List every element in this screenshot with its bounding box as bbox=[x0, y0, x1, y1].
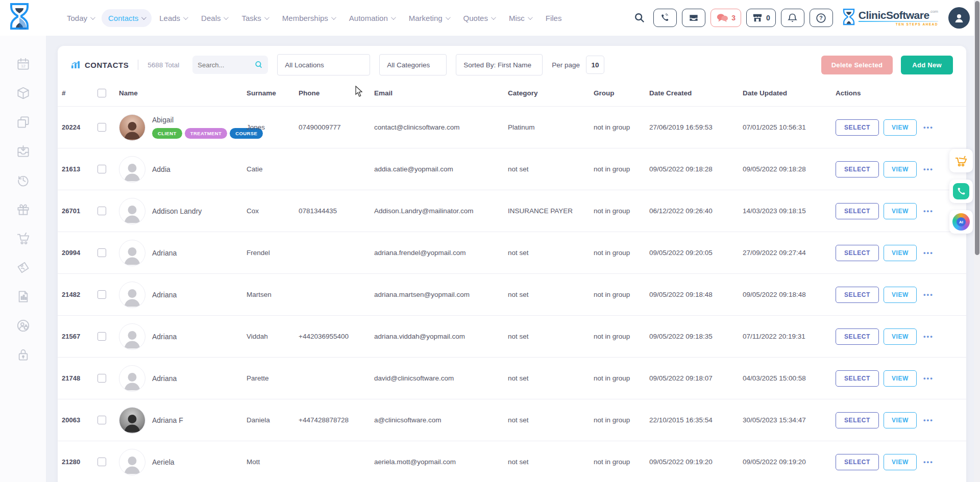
col-header-phone: Phone bbox=[299, 89, 374, 97]
nav-item-deals[interactable]: Deals bbox=[194, 9, 234, 27]
nav-item-misc[interactable]: Misc bbox=[502, 9, 538, 27]
user-avatar[interactable] bbox=[948, 7, 970, 29]
nav-item-marketing[interactable]: Marketing bbox=[402, 9, 456, 27]
contact-name[interactable]: Adriana F bbox=[152, 416, 183, 424]
view-button[interactable]: VIEW bbox=[884, 287, 917, 303]
more-actions-icon[interactable]: ••• bbox=[923, 291, 934, 298]
inbox-button[interactable] bbox=[682, 9, 705, 27]
more-actions-icon[interactable]: ••• bbox=[923, 123, 934, 131]
row-checkbox[interactable] bbox=[97, 332, 106, 341]
row-checkbox[interactable] bbox=[97, 416, 106, 424]
select-button[interactable]: SELECT bbox=[836, 245, 879, 261]
tag-icon[interactable] bbox=[16, 261, 30, 274]
basket-button[interactable]: 0 bbox=[746, 9, 776, 27]
search-submit-icon[interactable] bbox=[254, 60, 263, 70]
scrollbar-thumb[interactable] bbox=[975, 1, 979, 255]
search-icon[interactable] bbox=[632, 10, 647, 26]
select-button[interactable]: SELECT bbox=[836, 454, 879, 470]
contact-name[interactable]: Adriana bbox=[152, 291, 177, 299]
select-button[interactable]: SELECT bbox=[836, 412, 879, 428]
view-button[interactable]: VIEW bbox=[884, 119, 917, 136]
user-icon bbox=[953, 12, 965, 24]
history-icon[interactable] bbox=[16, 173, 30, 187]
cart-icon[interactable] bbox=[16, 232, 30, 245]
app-logo-hourglass-icon[interactable] bbox=[9, 3, 30, 33]
contact-group: not in group bbox=[594, 333, 649, 340]
copy-icon[interactable] bbox=[16, 115, 30, 129]
more-actions-icon[interactable]: ••• bbox=[923, 416, 934, 424]
select-all-checkbox[interactable] bbox=[97, 89, 106, 97]
select-button[interactable]: SELECT bbox=[836, 119, 879, 136]
more-actions-icon[interactable]: ••• bbox=[923, 249, 934, 257]
view-button[interactable]: VIEW bbox=[884, 328, 917, 345]
contact-surname: Frendel bbox=[247, 249, 299, 257]
ai-widget[interactable]: AI bbox=[949, 210, 973, 234]
col-header-category: Category bbox=[508, 89, 594, 97]
row-checkbox[interactable] bbox=[97, 248, 106, 257]
row-checkbox[interactable] bbox=[97, 165, 106, 173]
row-checkbox[interactable] bbox=[97, 207, 106, 215]
select-button[interactable]: SELECT bbox=[836, 328, 879, 345]
help-button[interactable]: ? bbox=[810, 9, 833, 27]
intray-icon[interactable] bbox=[16, 144, 30, 158]
contact-name[interactable]: Abigail bbox=[152, 116, 263, 124]
contact-name[interactable]: Adriana bbox=[152, 333, 177, 341]
chat-button[interactable]: 3 bbox=[710, 9, 741, 27]
cart-widget[interactable] bbox=[949, 149, 973, 172]
more-actions-icon[interactable]: ••• bbox=[923, 333, 934, 340]
select-button[interactable]: SELECT bbox=[836, 203, 879, 219]
category-filter[interactable]: All Categories bbox=[379, 54, 447, 75]
lock-icon[interactable] bbox=[16, 348, 30, 362]
phone-button[interactable] bbox=[653, 9, 677, 27]
more-actions-icon[interactable]: ••• bbox=[923, 165, 934, 173]
nav-item-memberships[interactable]: Memberships bbox=[276, 9, 341, 27]
select-button[interactable]: SELECT bbox=[836, 370, 879, 387]
contact-name[interactable]: Aeriela bbox=[152, 458, 175, 466]
user-badge-icon[interactable] bbox=[16, 319, 30, 333]
nav-item-contacts[interactable]: Contacts bbox=[102, 9, 152, 27]
package-icon[interactable] bbox=[16, 86, 30, 100]
contact-name[interactable]: Addia bbox=[152, 165, 170, 173]
topbar: TodayContactsLeadsDealsTasksMembershipsA… bbox=[0, 0, 980, 36]
chevron-down-icon bbox=[224, 15, 229, 20]
chevron-down-icon bbox=[446, 15, 451, 20]
location-filter[interactable]: All Locations bbox=[277, 54, 370, 75]
more-actions-icon[interactable]: ••• bbox=[923, 207, 934, 215]
delete-selected-button[interactable]: Delete Selected bbox=[821, 56, 893, 74]
more-actions-icon[interactable]: ••• bbox=[923, 458, 934, 466]
nav-item-leads[interactable]: Leads bbox=[153, 9, 193, 27]
view-button[interactable]: VIEW bbox=[884, 370, 917, 387]
row-checkbox[interactable] bbox=[97, 374, 106, 383]
search-input[interactable] bbox=[198, 61, 254, 69]
whatsapp-widget[interactable] bbox=[949, 180, 973, 203]
select-button[interactable]: SELECT bbox=[836, 287, 879, 303]
nav-item-tasks[interactable]: Tasks bbox=[235, 9, 274, 27]
notifications-button[interactable] bbox=[781, 9, 804, 27]
view-button[interactable]: VIEW bbox=[884, 161, 917, 177]
nav-item-today[interactable]: Today bbox=[60, 9, 101, 27]
more-actions-icon[interactable]: ••• bbox=[923, 374, 934, 382]
nav-item-quotes[interactable]: Quotes bbox=[457, 9, 501, 27]
nav-item-files[interactable]: Files bbox=[539, 9, 569, 27]
scrollbar-track[interactable] bbox=[974, 0, 980, 482]
row-checkbox[interactable] bbox=[97, 123, 106, 132]
gift-icon[interactable] bbox=[16, 202, 30, 216]
report-icon[interactable] bbox=[16, 290, 30, 303]
select-button[interactable]: SELECT bbox=[836, 161, 879, 177]
row-checkbox[interactable] bbox=[97, 290, 106, 299]
contact-id: 21482 bbox=[62, 291, 97, 298]
view-button[interactable]: VIEW bbox=[884, 245, 917, 261]
nav-item-automation[interactable]: Automation bbox=[342, 9, 401, 27]
view-button[interactable]: VIEW bbox=[884, 412, 917, 428]
view-button[interactable]: VIEW bbox=[884, 203, 917, 219]
row-checkbox[interactable] bbox=[97, 458, 106, 466]
contact-name[interactable]: Addison Landry bbox=[152, 207, 202, 215]
calendar-icon[interactable]: 12 bbox=[16, 57, 30, 71]
contact-name[interactable]: Adriana bbox=[152, 249, 177, 257]
per-page-value[interactable]: 10 bbox=[586, 56, 604, 74]
add-new-button[interactable]: Add New bbox=[901, 56, 953, 74]
sort-filter[interactable]: Sorted By: First Name bbox=[456, 54, 543, 75]
view-button[interactable]: VIEW bbox=[884, 454, 917, 470]
contact-avatar bbox=[119, 114, 145, 141]
contact-name[interactable]: Adriana bbox=[152, 374, 177, 383]
